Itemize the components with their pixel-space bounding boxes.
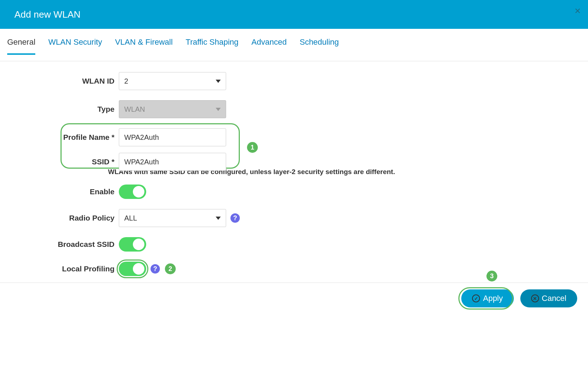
- tab-bar: General WLAN Security VLAN & Firewall Tr…: [0, 29, 588, 61]
- toggle-knob: [133, 186, 144, 197]
- cancel-button-label: Cancel: [542, 294, 566, 303]
- label-radio-policy: Radio Policy: [0, 214, 119, 222]
- row-type: Type WLAN: [0, 100, 588, 118]
- tab-advanced[interactable]: Advanced: [251, 37, 287, 53]
- toggle-broadcast-ssid[interactable]: [119, 237, 146, 252]
- label-type: Type: [0, 105, 119, 114]
- toggle-enable[interactable]: [119, 185, 146, 199]
- tab-traffic-shaping[interactable]: Traffic Shaping: [186, 37, 239, 53]
- footer: 3 ✓ Apply ✕ Cancel: [0, 283, 588, 307]
- annotation-badge-3: 3: [486, 271, 497, 281]
- row-local-profiling: Local Profiling ? 2: [0, 262, 588, 276]
- row-enable: Enable: [0, 185, 588, 199]
- cancel-circle-icon: ✕: [531, 294, 539, 302]
- toggle-local-profiling[interactable]: [119, 262, 146, 276]
- form-area: WLAN ID 2 Type WLAN 1 Profile Name * SSI…: [0, 61, 588, 276]
- chevron-down-icon: [216, 80, 221, 83]
- select-wlan-id[interactable]: 2: [119, 72, 226, 90]
- close-icon[interactable]: ✕: [574, 6, 581, 16]
- tab-general[interactable]: General: [7, 37, 35, 55]
- apply-button[interactable]: ✓ Apply: [461, 289, 513, 307]
- chevron-down-icon: [216, 217, 221, 220]
- tab-vlan-firewall[interactable]: VLAN & Firewall: [115, 37, 172, 53]
- select-wlan-id-value: 2: [124, 77, 128, 85]
- help-icon[interactable]: ?: [230, 213, 240, 223]
- row-profile-name: Profile Name *: [0, 128, 588, 146]
- help-icon[interactable]: ?: [151, 264, 160, 274]
- check-circle-icon: ✓: [472, 294, 480, 302]
- label-wlan-id: WLAN ID: [0, 77, 119, 85]
- select-type: WLAN: [119, 100, 226, 118]
- row-wlan-id: WLAN ID 2: [0, 72, 588, 90]
- select-type-value: WLAN: [124, 105, 145, 114]
- input-ssid[interactable]: [119, 153, 226, 171]
- toggle-knob: [133, 263, 144, 275]
- annotation-badge-2: 2: [165, 263, 176, 274]
- row-broadcast-ssid: Broadcast SSID: [0, 237, 588, 252]
- input-profile-name[interactable]: [119, 128, 226, 146]
- cancel-button[interactable]: ✕ Cancel: [520, 289, 577, 307]
- label-enable: Enable: [0, 187, 119, 196]
- row-ssid: SSID *: [0, 153, 588, 171]
- modal-title: Add new WLAN: [14, 9, 81, 20]
- toggle-knob: [133, 239, 144, 250]
- label-local-profiling: Local Profiling: [0, 265, 119, 273]
- row-radio-policy: Radio Policy ALL ?: [0, 209, 588, 227]
- select-radio-policy-value: ALL: [124, 214, 137, 222]
- tab-wlan-security[interactable]: WLAN Security: [48, 37, 102, 53]
- apply-button-label: Apply: [483, 294, 503, 303]
- tab-scheduling[interactable]: Scheduling: [300, 37, 339, 53]
- modal-header: Add new WLAN ✕: [0, 0, 588, 29]
- label-profile-name: Profile Name *: [0, 133, 119, 142]
- select-radio-policy[interactable]: ALL: [119, 209, 226, 227]
- label-ssid: SSID *: [0, 157, 119, 166]
- chevron-down-icon: [216, 108, 221, 111]
- label-broadcast-ssid: Broadcast SSID: [0, 240, 119, 249]
